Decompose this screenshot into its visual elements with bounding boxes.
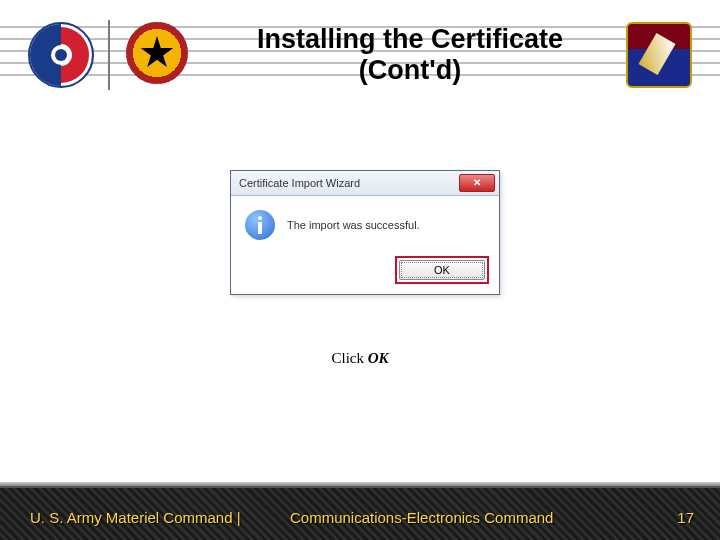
ok-highlight: OK (395, 256, 489, 284)
header-divider (108, 20, 110, 90)
certificate-import-dialog: Certificate Import Wizard ✕ The import w… (230, 170, 500, 295)
footer-left: U. S. Army Materiel Command | (30, 509, 241, 526)
unit-crest-icon (626, 22, 692, 88)
star-emblem-icon (126, 22, 188, 84)
slide-title: Installing the Certificate (Cont'd) (210, 24, 610, 86)
caption-prefix: Click (331, 350, 367, 366)
info-icon (245, 210, 275, 240)
page-number: 17 (677, 509, 694, 526)
ok-button[interactable]: OK (399, 260, 485, 280)
dialog-body: The import was successful. (231, 196, 499, 250)
caption-action: OK (368, 350, 389, 366)
amc-shield-icon (28, 22, 94, 88)
dialog-title: Certificate Import Wizard (239, 177, 459, 189)
close-button[interactable]: ✕ (459, 174, 495, 192)
dialog-message: The import was successful. (287, 219, 420, 231)
dialog-titlebar: Certificate Import Wizard ✕ (231, 171, 499, 196)
dialog-footer: OK (231, 250, 499, 294)
slide-footer: U. S. Army Materiel Command | Communicat… (0, 486, 720, 540)
slide: Installing the Certificate (Cont'd) Cert… (0, 0, 720, 540)
footer-mid: Communications-Electronics Command (290, 509, 553, 526)
instruction-caption: Click OK (0, 350, 720, 367)
